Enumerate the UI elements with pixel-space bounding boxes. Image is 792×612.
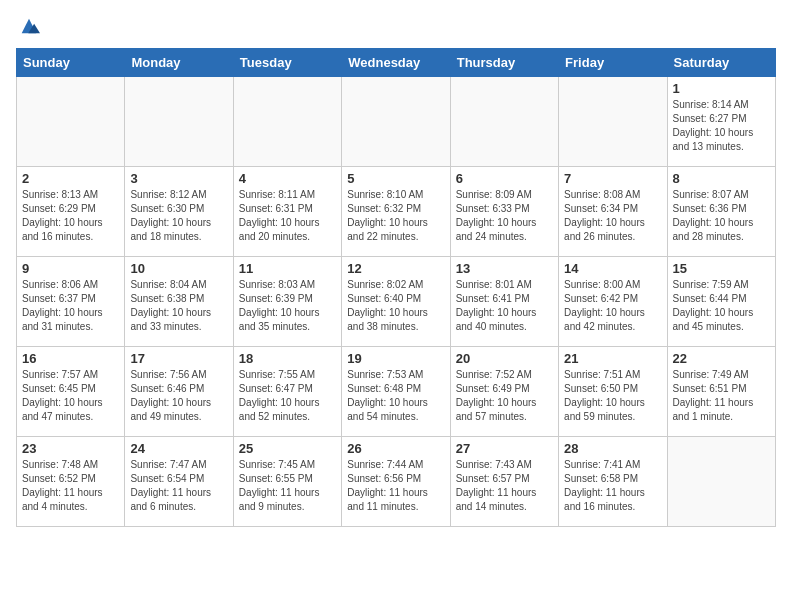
day-info: Sunrise: 8:04 AM Sunset: 6:38 PM Dayligh… xyxy=(130,278,227,334)
calendar-cell: 22Sunrise: 7:49 AM Sunset: 6:51 PM Dayli… xyxy=(667,346,775,436)
calendar-cell: 15Sunrise: 7:59 AM Sunset: 6:44 PM Dayli… xyxy=(667,256,775,346)
calendar-header: SundayMondayTuesdayWednesdayThursdayFrid… xyxy=(17,48,776,76)
calendar-cell: 9Sunrise: 8:06 AM Sunset: 6:37 PM Daylig… xyxy=(17,256,125,346)
calendar-cell xyxy=(17,76,125,166)
day-number: 10 xyxy=(130,261,227,276)
calendar-page: SundayMondayTuesdayWednesdayThursdayFrid… xyxy=(0,0,792,537)
calendar-cell: 27Sunrise: 7:43 AM Sunset: 6:57 PM Dayli… xyxy=(450,436,558,526)
calendar-cell xyxy=(233,76,341,166)
day-number: 3 xyxy=(130,171,227,186)
day-info: Sunrise: 7:48 AM Sunset: 6:52 PM Dayligh… xyxy=(22,458,119,514)
calendar-cell: 25Sunrise: 7:45 AM Sunset: 6:55 PM Dayli… xyxy=(233,436,341,526)
day-number: 6 xyxy=(456,171,553,186)
calendar-cell: 24Sunrise: 7:47 AM Sunset: 6:54 PM Dayli… xyxy=(125,436,233,526)
day-info: Sunrise: 8:07 AM Sunset: 6:36 PM Dayligh… xyxy=(673,188,770,244)
calendar-cell: 12Sunrise: 8:02 AM Sunset: 6:40 PM Dayli… xyxy=(342,256,450,346)
calendar-cell xyxy=(559,76,667,166)
day-number: 4 xyxy=(239,171,336,186)
day-number: 20 xyxy=(456,351,553,366)
calendar-week-3: 16Sunrise: 7:57 AM Sunset: 6:45 PM Dayli… xyxy=(17,346,776,436)
day-number: 7 xyxy=(564,171,661,186)
calendar-body: 1Sunrise: 8:14 AM Sunset: 6:27 PM Daylig… xyxy=(17,76,776,526)
day-number: 24 xyxy=(130,441,227,456)
day-number: 27 xyxy=(456,441,553,456)
logo-icon xyxy=(18,15,40,37)
day-info: Sunrise: 8:00 AM Sunset: 6:42 PM Dayligh… xyxy=(564,278,661,334)
day-info: Sunrise: 7:56 AM Sunset: 6:46 PM Dayligh… xyxy=(130,368,227,424)
day-info: Sunrise: 8:01 AM Sunset: 6:41 PM Dayligh… xyxy=(456,278,553,334)
calendar-cell: 3Sunrise: 8:12 AM Sunset: 6:30 PM Daylig… xyxy=(125,166,233,256)
calendar-cell xyxy=(450,76,558,166)
calendar-cell: 5Sunrise: 8:10 AM Sunset: 6:32 PM Daylig… xyxy=(342,166,450,256)
day-number: 12 xyxy=(347,261,444,276)
day-info: Sunrise: 8:13 AM Sunset: 6:29 PM Dayligh… xyxy=(22,188,119,244)
day-info: Sunrise: 7:59 AM Sunset: 6:44 PM Dayligh… xyxy=(673,278,770,334)
day-info: Sunrise: 8:10 AM Sunset: 6:32 PM Dayligh… xyxy=(347,188,444,244)
calendar-cell: 2Sunrise: 8:13 AM Sunset: 6:29 PM Daylig… xyxy=(17,166,125,256)
day-info: Sunrise: 7:47 AM Sunset: 6:54 PM Dayligh… xyxy=(130,458,227,514)
day-number: 9 xyxy=(22,261,119,276)
calendar-cell: 19Sunrise: 7:53 AM Sunset: 6:48 PM Dayli… xyxy=(342,346,450,436)
day-number: 16 xyxy=(22,351,119,366)
day-number: 5 xyxy=(347,171,444,186)
day-info: Sunrise: 8:14 AM Sunset: 6:27 PM Dayligh… xyxy=(673,98,770,154)
weekday-header-monday: Monday xyxy=(125,48,233,76)
calendar-cell: 28Sunrise: 7:41 AM Sunset: 6:58 PM Dayli… xyxy=(559,436,667,526)
day-number: 15 xyxy=(673,261,770,276)
day-info: Sunrise: 8:06 AM Sunset: 6:37 PM Dayligh… xyxy=(22,278,119,334)
calendar-cell: 4Sunrise: 8:11 AM Sunset: 6:31 PM Daylig… xyxy=(233,166,341,256)
day-info: Sunrise: 7:57 AM Sunset: 6:45 PM Dayligh… xyxy=(22,368,119,424)
weekday-header-saturday: Saturday xyxy=(667,48,775,76)
calendar-cell xyxy=(667,436,775,526)
logo-blue xyxy=(16,20,40,40)
weekday-header-tuesday: Tuesday xyxy=(233,48,341,76)
day-number: 19 xyxy=(347,351,444,366)
day-number: 21 xyxy=(564,351,661,366)
day-info: Sunrise: 7:52 AM Sunset: 6:49 PM Dayligh… xyxy=(456,368,553,424)
calendar-cell: 14Sunrise: 8:00 AM Sunset: 6:42 PM Dayli… xyxy=(559,256,667,346)
day-number: 11 xyxy=(239,261,336,276)
day-info: Sunrise: 8:12 AM Sunset: 6:30 PM Dayligh… xyxy=(130,188,227,244)
calendar-cell: 20Sunrise: 7:52 AM Sunset: 6:49 PM Dayli… xyxy=(450,346,558,436)
logo xyxy=(16,20,40,40)
calendar-cell: 10Sunrise: 8:04 AM Sunset: 6:38 PM Dayli… xyxy=(125,256,233,346)
calendar-cell: 18Sunrise: 7:55 AM Sunset: 6:47 PM Dayli… xyxy=(233,346,341,436)
day-number: 18 xyxy=(239,351,336,366)
day-number: 8 xyxy=(673,171,770,186)
calendar-cell: 7Sunrise: 8:08 AM Sunset: 6:34 PM Daylig… xyxy=(559,166,667,256)
calendar-cell: 16Sunrise: 7:57 AM Sunset: 6:45 PM Dayli… xyxy=(17,346,125,436)
day-number: 28 xyxy=(564,441,661,456)
calendar-cell: 23Sunrise: 7:48 AM Sunset: 6:52 PM Dayli… xyxy=(17,436,125,526)
day-info: Sunrise: 7:53 AM Sunset: 6:48 PM Dayligh… xyxy=(347,368,444,424)
calendar-week-0: 1Sunrise: 8:14 AM Sunset: 6:27 PM Daylig… xyxy=(17,76,776,166)
header xyxy=(16,16,776,40)
day-number: 1 xyxy=(673,81,770,96)
day-info: Sunrise: 7:44 AM Sunset: 6:56 PM Dayligh… xyxy=(347,458,444,514)
day-number: 25 xyxy=(239,441,336,456)
day-number: 17 xyxy=(130,351,227,366)
calendar-week-4: 23Sunrise: 7:48 AM Sunset: 6:52 PM Dayli… xyxy=(17,436,776,526)
day-info: Sunrise: 8:08 AM Sunset: 6:34 PM Dayligh… xyxy=(564,188,661,244)
calendar-cell: 6Sunrise: 8:09 AM Sunset: 6:33 PM Daylig… xyxy=(450,166,558,256)
weekday-header-thursday: Thursday xyxy=(450,48,558,76)
day-number: 26 xyxy=(347,441,444,456)
day-info: Sunrise: 7:49 AM Sunset: 6:51 PM Dayligh… xyxy=(673,368,770,424)
weekday-header-wednesday: Wednesday xyxy=(342,48,450,76)
day-info: Sunrise: 7:45 AM Sunset: 6:55 PM Dayligh… xyxy=(239,458,336,514)
calendar-cell: 21Sunrise: 7:51 AM Sunset: 6:50 PM Dayli… xyxy=(559,346,667,436)
calendar-cell: 13Sunrise: 8:01 AM Sunset: 6:41 PM Dayli… xyxy=(450,256,558,346)
calendar-week-1: 2Sunrise: 8:13 AM Sunset: 6:29 PM Daylig… xyxy=(17,166,776,256)
calendar-cell: 8Sunrise: 8:07 AM Sunset: 6:36 PM Daylig… xyxy=(667,166,775,256)
calendar-cell: 11Sunrise: 8:03 AM Sunset: 6:39 PM Dayli… xyxy=(233,256,341,346)
day-number: 13 xyxy=(456,261,553,276)
day-number: 2 xyxy=(22,171,119,186)
calendar-cell: 26Sunrise: 7:44 AM Sunset: 6:56 PM Dayli… xyxy=(342,436,450,526)
calendar-cell: 1Sunrise: 8:14 AM Sunset: 6:27 PM Daylig… xyxy=(667,76,775,166)
weekday-header-sunday: Sunday xyxy=(17,48,125,76)
day-info: Sunrise: 8:11 AM Sunset: 6:31 PM Dayligh… xyxy=(239,188,336,244)
day-info: Sunrise: 7:43 AM Sunset: 6:57 PM Dayligh… xyxy=(456,458,553,514)
logo-text xyxy=(16,20,40,40)
weekday-row: SundayMondayTuesdayWednesdayThursdayFrid… xyxy=(17,48,776,76)
calendar-table: SundayMondayTuesdayWednesdayThursdayFrid… xyxy=(16,48,776,527)
calendar-cell: 17Sunrise: 7:56 AM Sunset: 6:46 PM Dayli… xyxy=(125,346,233,436)
